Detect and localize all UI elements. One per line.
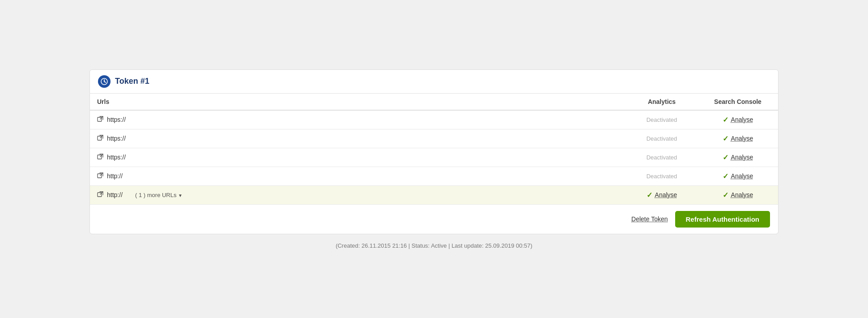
url-cell: https:// [90, 110, 626, 129]
svg-line-2 [104, 82, 106, 82]
svg-rect-3 [98, 117, 102, 121]
search-console-analyse-link[interactable]: Analyse [731, 191, 753, 198]
more-urls-button[interactable]: ( 1 ) more URLs ▼ [135, 192, 183, 198]
table-row: http:// Deactivated ✓ Analyse [90, 167, 778, 185]
search-console-cell[interactable]: ✓ Analyse [698, 167, 778, 185]
url-text: http:// [107, 172, 123, 180]
svg-rect-9 [98, 174, 102, 178]
url-cell: http:// ( 1 ) more URLs ▼ [90, 185, 626, 204]
analytics-deactivated: Deactivated [647, 154, 677, 161]
check-icon: ✓ [723, 134, 728, 143]
check-icon: ✓ [723, 191, 728, 199]
analytics-cell: Deactivated [626, 148, 698, 167]
table-row: https:// Deactivated ✓ Analyse [90, 129, 778, 148]
col-header-urls: Urls [90, 94, 626, 110]
card-footer: Delete Token Refresh Authentication [90, 204, 778, 234]
table-row: https:// Deactivated ✓ Analyse [90, 110, 778, 129]
search-console-cell[interactable]: ✓ Analyse [698, 148, 778, 167]
search-console-cell[interactable]: ✓ Analyse [698, 185, 778, 204]
analytics-analyse-link[interactable]: Analyse [655, 191, 677, 198]
search-console-analyse[interactable]: ✓ Analyse [705, 172, 771, 180]
url-text: https:// [107, 116, 126, 123]
search-console-analyse-link[interactable]: Analyse [731, 154, 753, 161]
analytics-deactivated: Deactivated [647, 173, 677, 180]
external-link-icon [97, 191, 103, 199]
svg-rect-7 [98, 155, 102, 159]
analytics-cell[interactable]: ✓ Analyse [626, 185, 698, 204]
analytics-deactivated: Deactivated [647, 116, 677, 123]
search-console-analyse[interactable]: ✓ Analyse [705, 153, 771, 162]
external-link-icon [97, 116, 103, 124]
table-row: https:// Deactivated ✓ Analyse [90, 148, 778, 167]
analytics-cell: Deactivated [626, 167, 698, 185]
search-console-analyse-link[interactable]: Analyse [731, 116, 753, 123]
card-header: Token #1 [90, 70, 778, 94]
analytics-analyse[interactable]: ✓ Analyse [633, 191, 690, 199]
analytics-cell: Deactivated [626, 110, 698, 129]
search-console-cell[interactable]: ✓ Analyse [698, 110, 778, 129]
svg-rect-5 [98, 136, 102, 140]
url-cell: http:// [90, 167, 626, 185]
search-console-analyse[interactable]: ✓ Analyse [705, 116, 771, 124]
dropdown-arrow-icon: ▼ [178, 193, 183, 198]
col-header-search-console: Search Console [698, 94, 778, 110]
external-link-icon [97, 172, 103, 180]
refresh-authentication-button[interactable]: Refresh Authentication [675, 211, 770, 228]
col-header-analytics: Analytics [626, 94, 698, 110]
card-title: Token #1 [115, 77, 149, 86]
delete-token-button[interactable]: Delete Token [630, 213, 669, 225]
url-table: Urls Analytics Search Console https:// [90, 94, 778, 204]
external-link-icon [97, 135, 103, 142]
external-link-icon [97, 154, 103, 161]
token-card: Token #1 Urls Analytics Search Console [89, 69, 779, 234]
status-bar: (Created: 26.11.2015 21:16 | Status: Act… [336, 242, 532, 249]
svg-rect-11 [98, 193, 102, 197]
search-console-analyse[interactable]: ✓ Analyse [705, 134, 771, 143]
token-icon [98, 75, 111, 88]
table-row: http:// ( 1 ) more URLs ▼ ✓ Analyse ✓ An… [90, 185, 778, 204]
table-header-row: Urls Analytics Search Console [90, 94, 778, 110]
check-icon: ✓ [647, 191, 652, 199]
url-cell: https:// [90, 148, 626, 167]
analytics-deactivated: Deactivated [647, 135, 677, 142]
check-icon: ✓ [723, 116, 728, 124]
check-icon: ✓ [723, 172, 728, 180]
url-text: https:// [107, 154, 126, 161]
check-icon: ✓ [723, 153, 728, 162]
search-console-analyse-link[interactable]: Analyse [731, 135, 753, 142]
url-cell: https:// [90, 129, 626, 148]
search-console-analyse[interactable]: ✓ Analyse [705, 191, 771, 199]
search-console-analyse-link[interactable]: Analyse [731, 172, 753, 180]
url-table-wrapper: Urls Analytics Search Console https:// [90, 94, 778, 204]
url-text: http:// [107, 191, 123, 198]
analytics-cell: Deactivated [626, 129, 698, 148]
search-console-cell[interactable]: ✓ Analyse [698, 129, 778, 148]
url-text: https:// [107, 135, 126, 142]
